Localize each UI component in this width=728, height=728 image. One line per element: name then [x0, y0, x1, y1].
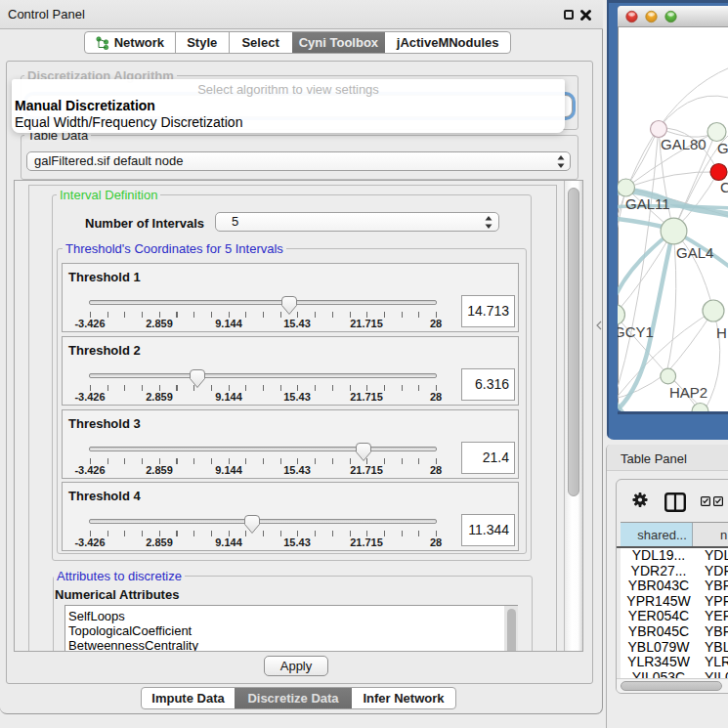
svg-text:C: C [720, 179, 728, 195]
svg-text:GAL4: GAL4 [676, 244, 713, 261]
svg-text:GCY1: GCY1 [618, 323, 654, 340]
svg-text:HAP2: HAP2 [669, 384, 707, 401]
svg-text:GA: GA [717, 140, 728, 156]
svg-text:H: H [716, 324, 727, 341]
svg-text:GAL11: GAL11 [625, 195, 670, 212]
svg-text:GAL80: GAL80 [661, 136, 707, 152]
